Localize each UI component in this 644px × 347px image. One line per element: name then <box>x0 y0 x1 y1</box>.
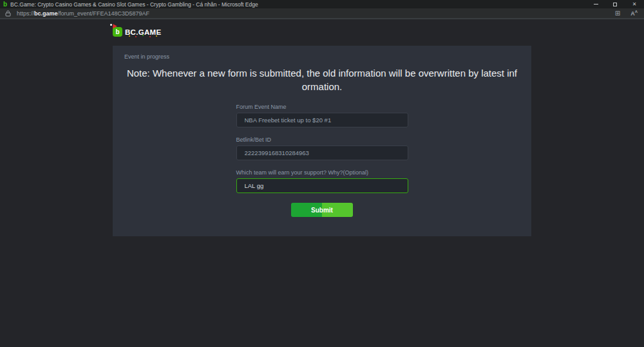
lock-icon[interactable] <box>5 10 11 17</box>
minimize-button[interactable] <box>586 0 605 8</box>
event-panel: Event in progress Note: Whenever a new f… <box>113 46 531 236</box>
bcgame-logo[interactable]: b BC.GAME <box>113 27 161 37</box>
submit-button[interactable]: Submit <box>291 203 353 217</box>
event-note: Note: Whenever a new form is submitted, … <box>124 66 520 93</box>
page-content: b BC.GAME Event in progress Note: Whenev… <box>0 19 644 347</box>
url-scheme: https:// <box>17 10 34 17</box>
christmas-lights-decoration <box>129 35 130 37</box>
url-domain: bc.game <box>34 10 58 17</box>
toolbar-icons: ⊞ AA <box>615 10 638 17</box>
forum-event-name-input[interactable] <box>236 113 408 127</box>
minimize-icon <box>594 4 598 5</box>
text-size-sup: A <box>635 10 638 14</box>
split-grid-icon[interactable]: ⊞ <box>615 10 620 17</box>
team-support-input[interactable] <box>236 178 408 193</box>
bcgame-favicon-icon: b <box>3 1 7 8</box>
window-titlebar: b BC.Game: Crypto Casino Games & Casino … <box>0 0 644 8</box>
close-button[interactable]: ✕ <box>625 0 644 8</box>
team-support-label: Which team will earn your support? Why?(… <box>236 169 408 176</box>
url-path: /forum_event/FFEA148C3D5879AF <box>58 10 150 17</box>
event-status: Event in progress <box>124 53 520 60</box>
window-title: BC.Game: Crypto Casino Games & Casino Sl… <box>10 1 586 8</box>
close-icon: ✕ <box>632 0 637 8</box>
restore-icon <box>613 3 617 6</box>
window-controls: ✕ <box>586 0 644 8</box>
betlink-label: Betlink/Bet ID <box>236 136 408 143</box>
submit-row: Submit <box>236 203 408 217</box>
url-text[interactable]: https://bc.game/forum_event/FFEA148C3D58… <box>17 10 615 17</box>
bcgame-logo-text: BC.GAME <box>125 28 161 36</box>
address-bar[interactable]: https://bc.game/forum_event/FFEA148C3D58… <box>0 8 644 18</box>
text-size-icon[interactable]: AA <box>630 10 638 17</box>
betlink-input[interactable] <box>236 145 408 160</box>
field-betlink: Betlink/Bet ID <box>236 136 408 160</box>
restore-button[interactable] <box>605 0 625 8</box>
event-form: Forum Event Name Betlink/Bet ID Which te… <box>236 104 408 217</box>
bcgame-logo-icon: b <box>113 27 122 37</box>
field-team-support: Which team will earn your support? Why?(… <box>236 169 408 193</box>
field-forum-event-name: Forum Event Name <box>236 104 408 127</box>
site-header: b BC.GAME <box>113 19 531 40</box>
forum-event-name-label: Forum Event Name <box>236 104 408 110</box>
